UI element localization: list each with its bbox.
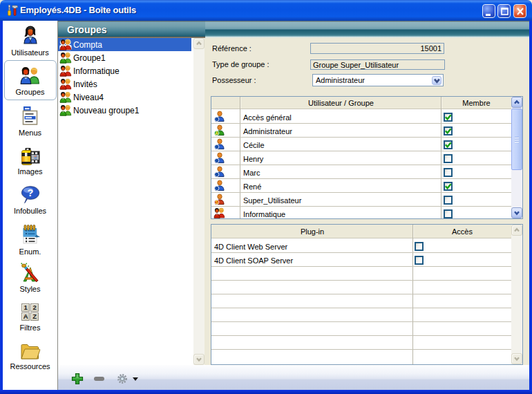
svg-text:1: 1 [24, 303, 28, 311]
svg-text:?: ? [27, 187, 33, 198]
svg-text:Z: Z [32, 312, 37, 320]
svg-text:2: 2 [33, 303, 37, 311]
svg-text:A: A [23, 312, 28, 320]
